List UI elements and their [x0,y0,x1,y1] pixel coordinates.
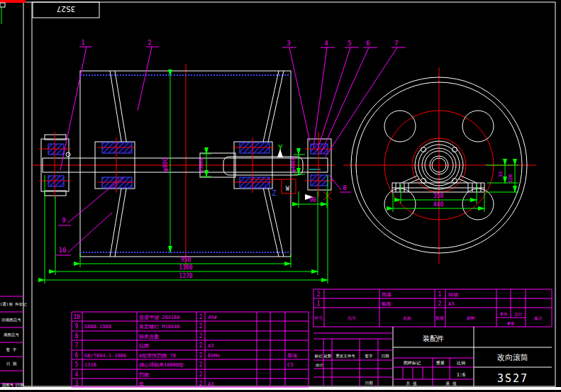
strip-field-date: 日 期 [6,362,17,366]
svg-text:65Mn: 65Mn [208,353,220,359]
bom-header-total: 总计 [514,312,523,316]
strip-field-reuse: 借(通)用 件登记 [0,301,27,307]
svg-text:毡圈: 毡圈 [139,343,149,349]
balloon-1: 1 [60,39,92,170]
balloon-9-label: 9 [62,217,65,224]
svg-text:2: 2 [199,342,203,349]
bom-row-7: 7 毡圈 2 A3 [75,342,214,349]
dim-drum-face: 950 [181,257,191,263]
balloon-10-label: 10 [59,247,67,254]
side-view: Y Z W [32,64,335,268]
svg-text:筒体: 筒体 [382,292,391,298]
bom-header-remark: 备注 [534,315,543,321]
strip-field-trace: 描图号 [2,383,14,388]
svg-text:2: 2 [438,301,442,307]
dimensions-front-view: 350 440 33 120 [393,165,518,212]
svg-text:幅板: 幅板 [382,301,391,307]
balloon-6: 6 [321,40,377,154]
sheet-bottom-edge [0,387,561,390]
svg-text:9: 9 [75,323,79,330]
dim-base-width: 440 [433,201,444,208]
title-drawing-number: 3S27 [497,372,528,385]
svg-text:2: 2 [199,323,203,330]
balloon-8: 8 [329,175,351,192]
bom-left-grid [72,312,309,387]
change-doc-label: 更改文件号 [335,354,355,358]
balloon-2-label: 2 [148,39,151,46]
svg-text:7: 7 [75,342,79,349]
svg-text:调心球轴承10000型: 调心球轴承10000型 [139,362,184,368]
balloon-7-label: 7 [394,40,398,47]
balloon-5-label: 5 [348,40,351,47]
cad-drawing-sheet: 3S27 借(通)用 件登记 旧底图总号 底图总号 签 字 日 期 描图号 日期 [0,0,561,392]
stamp-mark-label: 图样标记 [404,360,421,366]
svg-text:45#: 45# [208,315,217,320]
bom-table-left: 10 普通平键 28X160 2 45# 9 GB86-1988 紧定螺钉 M1… [72,312,309,387]
bom-header-weight: 重量 [507,321,516,325]
bom-header-unit: 单件 [500,312,509,316]
balloon-4-label: 4 [324,40,328,47]
svg-text:8: 8 [75,333,79,340]
svg-text:普通平键 28X160: 普通平键 28X160 [139,314,180,320]
change-sign-label: 签字 [365,354,374,359]
svg-text:2: 2 [199,362,203,368]
svg-text:A3: A3 [208,381,213,387]
bom-header-material: 材料 [466,315,475,321]
bom-header-qty: 数量 [435,315,444,320]
design-label: 设计 [316,363,324,367]
svg-text:C3: C3 [287,362,293,368]
dim-shaft-seat-right: φ40k6 [291,157,296,172]
strip-field-date2: 日期 [16,383,25,388]
svg-text:轴承压盖: 轴承压盖 [138,334,159,340]
svg-text:套: 套 [139,381,144,387]
svg-text:6: 6 [75,352,79,359]
svg-text:5: 5 [75,362,79,368]
balloon-8-label: 8 [343,184,346,191]
svg-text:A型弹性挡圈 78: A型弹性挡圈 78 [139,353,176,359]
svg-text:GB/T894.1-1986: GB/T894.1-1986 [84,353,126,359]
bom-row-9: 9 GB86-1988 紧定螺钉 M16X40 2 [75,323,203,330]
title-part-name: 改向滚筒 [497,353,528,362]
svg-text:紧定螺钉 M16X40: 紧定螺钉 M16X40 [139,324,180,330]
strip-field-sign: 签 字 [6,347,17,352]
dim-center-to-bottom: 120 [508,174,513,184]
stamp-scale-label: 比例 [457,360,465,366]
strip-field-old-master: 旧底图总号 [1,318,21,323]
balloon-3-label: 3 [287,40,290,47]
balloon-6-label: 6 [366,40,370,47]
axis-w-label: W [286,186,289,192]
dim-bearing-offset: 90 [309,197,316,203]
corner-drawing-number: 3S27 [57,4,76,13]
svg-text:2: 2 [199,381,203,387]
binding-strip: 借(通)用 件登记 旧底图总号 底图总号 签 字 日 期 描图号 日期 [0,296,27,388]
bom-row-5: 5 1316 调心球轴承10000型 2 C3 [75,362,294,368]
bom-header-row: 件号 代号 名称 数量 材料 单件 总计 重量 备注 [314,312,543,325]
dim-shaft-seat-left: φ50k6 [199,157,204,172]
title-block-grid [313,333,474,386]
svg-text:铸钢: 铸钢 [448,292,458,298]
svg-text:2: 2 [199,333,203,340]
bom-row-2: 2 筒体 1 铸钢 [317,291,458,298]
dim-base-bolt-span: 350 [433,193,444,199]
sheet-number-label: 第 张 [445,381,457,386]
svg-text:单项: 单项 [287,353,297,359]
svg-text:A3: A3 [448,301,454,307]
date-label: 日期 [365,381,374,386]
dim-center-to-base: 33 [498,172,504,177]
dim-bearing-centers: 1180 [179,264,192,271]
sheets-total-label: 共 张 [406,381,417,386]
balloon-7: 7 [326,40,406,157]
svg-text:4: 4 [75,371,79,378]
strip-field-master: 底图总号 [4,332,20,337]
svg-text:1316: 1316 [84,362,96,368]
change-date-label: 日期 [382,354,390,359]
title-block: 装配件 改向滚筒 3S27 标记 处数 更改文件号 签字 日期 设计 日期 图样… [313,327,552,386]
svg-text:2: 2 [199,371,203,378]
bom-row-6: 6 GB/T894.1-1986 A型弹性挡圈 78 2 65Mn 单项 [75,352,297,359]
svg-text:2: 2 [199,352,203,359]
svg-text:GB86-1988: GB86-1988 [84,324,111,330]
change-count-label: 处数 [324,354,333,359]
dim-overall-length: 1270 [179,273,192,279]
bom-row-1: 1 幅板 2 A3 [317,301,455,307]
scale-value: 1:6 [457,372,466,378]
